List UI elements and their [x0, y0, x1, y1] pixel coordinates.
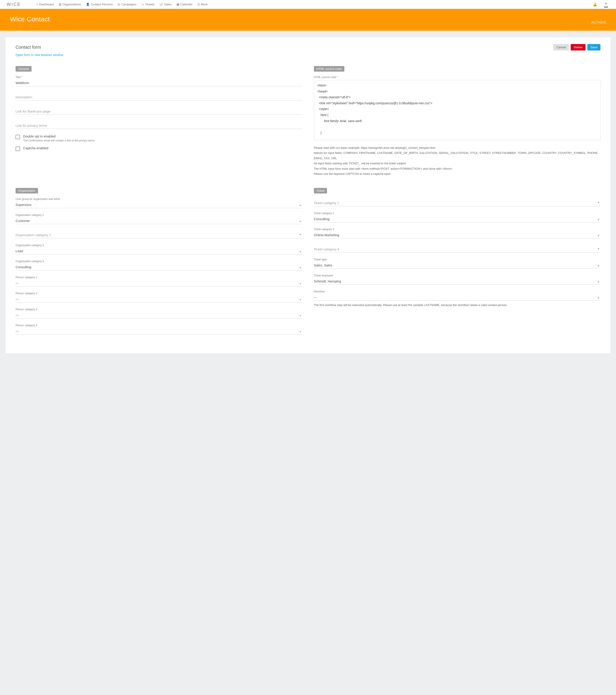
captcha-label: Captcha enabled — [23, 146, 48, 150]
top-nav: WICE ⌗Dashboard ▥Organizations 👤Contact … — [0, 0, 616, 9]
ticket-employee-select[interactable] — [314, 278, 601, 285]
avatar[interactable] — [603, 1, 609, 8]
nav-label: Tickets — [145, 3, 154, 6]
logo: WICE — [7, 2, 21, 7]
nav-calendar[interactable]: ▦Calender — [176, 3, 192, 6]
html-source-section-badge: HTML source code — [314, 66, 345, 72]
title-input[interactable] — [16, 80, 302, 86]
person-cat4-select[interactable] — [16, 328, 302, 335]
general-section-badge: General — [16, 66, 32, 72]
nav-label: Organizations — [63, 3, 81, 6]
user-group-label: User group for organization and ticket — [16, 198, 302, 201]
ticket-type-label: Ticket type — [314, 258, 601, 261]
dashboard-icon: ⌗ — [36, 3, 38, 6]
double-opt-in-checkbox[interactable] — [16, 135, 20, 139]
ticket-cat3-label: Ticket category 3 — [314, 228, 601, 231]
nav-sales[interactable]: 📈Sales — [159, 3, 172, 6]
nav-label: Contact Persons — [91, 3, 113, 6]
actions-menu[interactable]: ACTIONS — [591, 20, 606, 24]
nav-label: Campaigns — [121, 3, 136, 6]
person-cat3-select[interactable] — [16, 312, 302, 319]
ticket-cat1-select[interactable] — [314, 198, 601, 206]
card-title: Contact form — [16, 45, 41, 50]
page-title: Wice Contact — [10, 15, 50, 23]
nav-label: More — [201, 3, 208, 6]
notifications-icon[interactable]: 🔔 — [593, 2, 597, 6]
building-icon: ▥ — [59, 3, 61, 6]
nav-more[interactable]: ⌬More — [198, 3, 208, 6]
person-cat4-label: Person category 4 — [16, 324, 302, 327]
chart-icon: 📈 — [159, 3, 163, 6]
sitemap-icon: ⌬ — [198, 3, 200, 6]
html-source-textarea[interactable] — [314, 80, 601, 140]
workflow-label: Workflow — [314, 290, 601, 293]
org-cat3-select[interactable] — [16, 248, 302, 254]
double-opt-in-sublabel: The confirmation email will contain a li… — [23, 139, 95, 142]
org-cat1-label: Organization category 1 — [16, 214, 302, 217]
save-button[interactable]: Save — [587, 44, 600, 50]
ticket-cat3-select[interactable] — [314, 232, 601, 238]
briefcase-icon: ▭ — [141, 3, 144, 6]
nav-campaigns[interactable]: ◎Campaigns — [118, 3, 136, 6]
nav-tickets[interactable]: ▭Tickets — [141, 3, 154, 6]
calendar-icon: ▦ — [176, 3, 179, 6]
nav-label: Dashboard — [39, 3, 54, 6]
ticket-cat2-label: Ticket category 2 — [314, 212, 601, 215]
target-icon: ◎ — [118, 3, 120, 6]
open-new-window-link[interactable]: Open form in new browser window — [16, 53, 63, 57]
svg-point-0 — [605, 2, 607, 5]
html-source-label: HTML source code * — [314, 75, 601, 79]
double-opt-in-label: Double opt in enabled — [23, 134, 95, 138]
person-cat1-label: Person category 1 — [16, 276, 302, 279]
privacy-link-input[interactable] — [16, 120, 302, 129]
workflow-select[interactable] — [314, 294, 601, 301]
user-group-select[interactable] — [16, 202, 302, 208]
org-cat4-label: Organization category 4 — [16, 260, 302, 263]
person-cat3-label: Person category 3 — [16, 308, 302, 311]
nav-dashboard[interactable]: ⌗Dashboard — [36, 3, 54, 6]
help-line: Please use the keyword CAPTCHA to insert… — [314, 171, 601, 176]
nav-organizations[interactable]: ▥Organizations — [59, 3, 81, 6]
person-cat1-select[interactable] — [16, 280, 302, 286]
org-cat2-select[interactable] — [16, 230, 302, 238]
organization-section-badge: Organization — [16, 188, 38, 193]
description-input[interactable] — [16, 91, 302, 101]
user-icon: 👤 — [86, 3, 90, 6]
help-line: The HTML input form must start with <for… — [314, 166, 601, 171]
hero-banner: Wice Contact ACTIONS — [0, 9, 616, 31]
help-line: All input fields starting with TICKET_ w… — [314, 161, 601, 166]
thankyou-link-input[interactable] — [16, 106, 302, 115]
person-cat2-label: Person category 2 — [16, 292, 302, 295]
nav-label: Sales — [164, 3, 172, 6]
nav-contact-persons[interactable]: 👤Contact Persons — [86, 3, 113, 6]
title-label: Title * — [16, 75, 302, 79]
org-cat3-label: Organization category 3 — [16, 244, 302, 247]
person-cat2-select[interactable] — [16, 296, 302, 303]
ticket-cat2-select[interactable] — [314, 216, 601, 222]
workflow-help: The first workflow step will be executed… — [314, 303, 601, 308]
nav-label: Calender — [180, 3, 192, 6]
ticket-cat4-select[interactable] — [314, 244, 601, 253]
delete-button[interactable]: Delete — [571, 44, 585, 50]
captcha-checkbox[interactable] — [16, 147, 20, 151]
contact-form-card: Contact form Cancel Delete Save Open for… — [5, 37, 611, 353]
org-cat1-select[interactable] — [16, 218, 302, 224]
ticket-employee-label: Ticket employee — [314, 274, 601, 277]
org-cat4-select[interactable] — [16, 264, 302, 270]
help-line: Names for input fields: COMPANY, FIRSTNA… — [314, 150, 601, 161]
cancel-button[interactable]: Cancel — [553, 44, 569, 50]
ticket-section-badge: Ticket — [314, 188, 327, 193]
ticket-type-select[interactable] — [314, 262, 601, 269]
help-line: Please start with our basic example: htt… — [314, 145, 601, 150]
